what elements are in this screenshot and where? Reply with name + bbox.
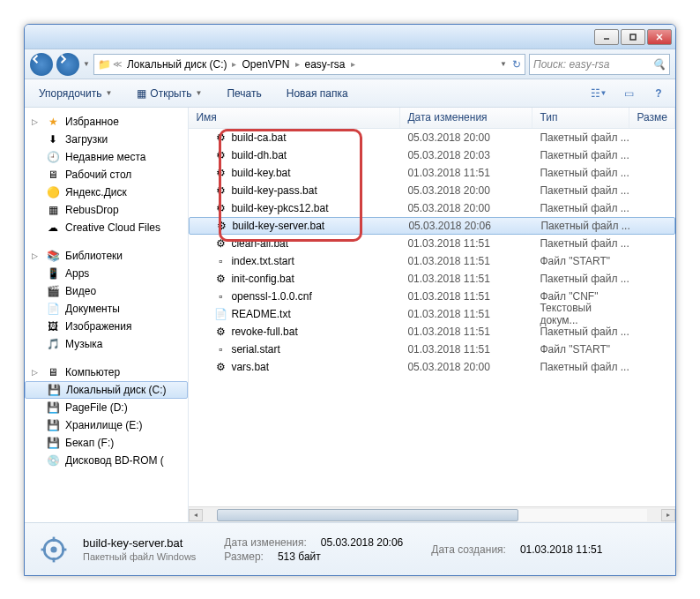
file-row[interactable]: ⚙revoke-full.bat01.03.2018 11:51Пакетный…	[189, 323, 675, 341]
file-row[interactable]: ⚙build-key-pkcs12.bat05.03.2018 20:00Пак…	[189, 199, 675, 217]
close-button[interactable]	[647, 29, 672, 45]
sidebar-item[interactable]: 💿Дисковод BD-ROM (	[25, 452, 188, 469]
search-icon: 🔍	[652, 58, 666, 71]
size-label: Размер:	[224, 550, 264, 563]
file-row[interactable]: ⚙clean-all.bat01.03.2018 11:51Пакетный ф…	[189, 235, 675, 252]
help-button[interactable]: ?	[649, 84, 668, 103]
sidebar-item[interactable]: 🟡Яндекс.Диск	[25, 183, 188, 201]
details-meta: build-key-server.bat Пакетный файл Windo…	[83, 536, 196, 562]
sidebar-item[interactable]: 💾Локальный диск (C:)	[25, 381, 188, 399]
file-date: 01.03.2018 11:51	[400, 255, 532, 267]
minimize-button[interactable]	[594, 29, 619, 45]
sidebar-item-label: Загрузки	[65, 133, 108, 146]
view-options-button[interactable]: ☷ ▼	[589, 84, 608, 103]
scroll-left-button[interactable]: ◂	[189, 509, 203, 521]
content-area: ▷★Избранное ⬇Загрузки🕘Недавние места🖥Раб…	[25, 108, 675, 522]
file-icon: ▫	[213, 342, 227, 356]
column-type[interactable]: Тип	[532, 108, 629, 128]
file-icon: ⚙	[213, 131, 227, 145]
open-button[interactable]: ▦Открыть▼	[130, 84, 209, 103]
nav-forward-button[interactable]	[56, 53, 79, 76]
file-name: build-key.bat	[231, 167, 290, 179]
file-type: Пакетный файл ...	[533, 220, 630, 232]
drive-icon: 💾	[46, 436, 60, 450]
sidebar-item[interactable]: ☁Creative Cloud Files	[25, 219, 188, 236]
search-input[interactable]: Поиск: easy-rsa 🔍	[529, 54, 670, 75]
file-row[interactable]: 📄README.txt01.03.2018 11:51Текстовый док…	[189, 305, 675, 323]
breadcrumb-segment[interactable]: OpenVPN	[238, 56, 293, 72]
file-row[interactable]: ⚙build-ca.bat05.03.2018 20:00Пакетный фа…	[189, 129, 675, 146]
file-type: Пакетный файл ...	[532, 202, 629, 214]
file-type: Пакетный файл ...	[532, 131, 629, 144]
sidebar-item[interactable]: ⬇Загрузки	[25, 131, 188, 148]
new-folder-button[interactable]: Новая папка	[279, 84, 355, 103]
file-icon: ⚙	[213, 183, 227, 198]
nav-back-button[interactable]	[30, 53, 53, 76]
maximize-button[interactable]	[621, 29, 645, 45]
file-row[interactable]: ⚙init-config.bat01.03.2018 11:51Пакетный…	[189, 270, 675, 288]
file-row[interactable]: ▫index.txt.start01.03.2018 11:51Файл "ST…	[189, 252, 675, 270]
item-icon: 📱	[46, 266, 60, 281]
file-row[interactable]: ⚙build-dh.bat05.03.2018 20:03Пакетный фа…	[189, 146, 675, 164]
scroll-thumb[interactable]	[217, 509, 518, 521]
sidebar-computer-header[interactable]: ▷🖥Компьютер	[25, 363, 188, 381]
scroll-track[interactable]	[217, 509, 647, 521]
sidebar-item[interactable]: 📄Документы	[25, 300, 188, 318]
item-icon: 🕘	[46, 150, 60, 164]
file-row[interactable]: ⚙vars.bat05.03.2018 20:00Пакетный файл .…	[189, 358, 675, 376]
created-value: 01.03.2018 11:51	[520, 543, 602, 556]
details-filetype: Пакетный файл Windows	[83, 551, 196, 562]
item-icon: ⬇	[46, 132, 60, 146]
sidebar-item-label: Дисковод BD-ROM (	[65, 454, 164, 467]
file-type: Пакетный файл ...	[532, 361, 629, 373]
sidebar-item[interactable]: 🎬Видео	[25, 282, 188, 300]
file-row[interactable]: ⚙build-key-server.bat05.03.2018 20:06Пак…	[189, 217, 675, 235]
files-container[interactable]: ⚙build-ca.bat05.03.2018 20:00Пакетный фа…	[189, 129, 675, 506]
file-row[interactable]: ▫serial.start01.03.2018 11:51Файл "START…	[189, 341, 675, 358]
sidebar-item-label: Музыка	[65, 338, 102, 350]
breadcrumb-segment[interactable]: easy-rsa	[302, 56, 349, 72]
sidebar-item[interactable]: 🎵Музыка	[25, 335, 188, 353]
file-row[interactable]: ⚙build-key-pass.bat05.03.2018 20:00Пакет…	[189, 182, 675, 199]
sidebar-favorites-header[interactable]: ▷★Избранное	[25, 113, 188, 131]
organize-button[interactable]: Упорядочить▼	[32, 84, 119, 103]
file-date: 05.03.2018 20:03	[400, 149, 532, 161]
sidebar-item[interactable]: 💾Бекап (F:)	[25, 434, 188, 452]
file-name: README.txt	[231, 308, 290, 320]
file-name: revoke-full.bat	[231, 326, 297, 338]
print-button[interactable]: Печать	[220, 84, 268, 103]
sidebar-item-label: Изображения	[65, 320, 131, 333]
breadcrumb-segment[interactable]: Локальный диск (C:)	[123, 56, 231, 72]
sidebar-item[interactable]: ▦RebusDrop	[25, 201, 188, 219]
sidebar-item[interactable]: 💾Хранилище (E:)	[25, 416, 188, 434]
breadcrumb[interactable]: 📁 ≪ Локальный диск (C:) ▸ OpenVPN ▸ easy…	[93, 54, 525, 75]
scroll-right-button[interactable]: ▸	[661, 509, 675, 521]
item-icon: ▦	[46, 203, 60, 217]
star-icon: ★	[46, 115, 60, 129]
sidebar-libraries-header[interactable]: ▷📚Библиотеки	[25, 247, 188, 265]
preview-pane-button[interactable]: ▭	[619, 84, 638, 103]
sidebar-item[interactable]: 📱Apps	[25, 265, 188, 282]
drive-icon: 💿	[46, 453, 60, 468]
breadcrumb-dropdown[interactable]: ▼	[500, 60, 507, 68]
drive-icon: 💾	[47, 383, 61, 397]
file-name: build-key-pass.bat	[231, 184, 316, 197]
column-date[interactable]: Дата изменения	[400, 108, 532, 128]
file-icon: 📄	[213, 307, 227, 321]
file-date: 01.03.2018 11:51	[400, 273, 532, 285]
column-name[interactable]: Имя	[189, 108, 400, 128]
sidebar-item[interactable]: 🖥Рабочий стол	[25, 166, 188, 183]
sidebar-item-label: Локальный диск (C:)	[66, 384, 167, 396]
refresh-button[interactable]: ↻	[512, 58, 521, 71]
sidebar-item[interactable]: 🖼Изображения	[25, 318, 188, 335]
column-size[interactable]: Разме	[629, 108, 675, 128]
sidebar-item[interactable]: 🕘Недавние места	[25, 148, 188, 166]
horizontal-scrollbar[interactable]: ◂ ▸	[189, 506, 675, 522]
sidebar-item[interactable]: 💾PageFile (D:)	[25, 399, 188, 416]
chevron-right-icon: ▸	[351, 59, 355, 69]
library-icon: 📚	[46, 249, 60, 263]
file-type-icon	[35, 531, 72, 568]
file-row[interactable]: ⚙build-key.bat01.03.2018 11:51Пакетный ф…	[189, 164, 675, 182]
file-date: 01.03.2018 11:51	[400, 326, 532, 338]
nav-history-dropdown[interactable]: ▼	[83, 60, 90, 68]
